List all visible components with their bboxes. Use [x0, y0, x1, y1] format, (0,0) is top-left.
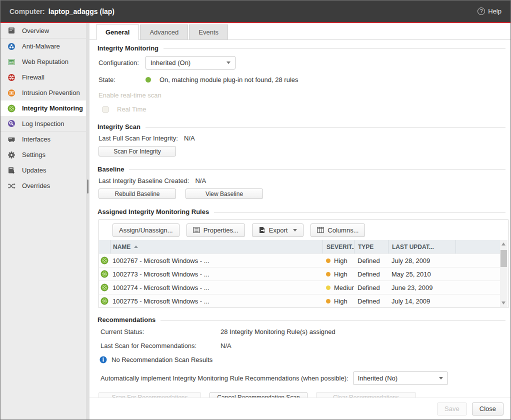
- rule-name: 1002774 - Microsoft Windows - ...: [110, 281, 322, 294]
- last-scan-value: N/A: [184, 134, 195, 142]
- rule-icon: [100, 256, 108, 264]
- cancel-recommendation-scan-button[interactable]: Cancel Recommendation Scan: [210, 392, 308, 398]
- realtime-checkbox[interactable]: [102, 106, 108, 112]
- chevron-down-icon: [293, 229, 297, 232]
- last-recommendation-scan-label: Last Scan for Recommendations:: [100, 342, 220, 350]
- rules-table-scrollbar[interactable]: [500, 240, 508, 307]
- auto-implement-dropdown[interactable]: Inherited (No): [353, 372, 448, 385]
- section-title: Integrity Monitoring: [98, 44, 158, 52]
- columns-button[interactable]: Columns...: [310, 224, 365, 237]
- severity-dot-icon: [326, 286, 330, 290]
- sidebar-scrollbar-thumb[interactable]: [87, 180, 88, 194]
- recommendations-heading: Recommendations: [98, 316, 506, 324]
- sidebar-item-label: Anti-Malware: [22, 42, 60, 50]
- sidebar-item-updates[interactable]: Updates: [0, 162, 90, 178]
- settings-gear-icon: [7, 150, 16, 159]
- scan-for-recommendations-button[interactable]: Scan For Recommendations: [98, 392, 201, 398]
- sidebar-item-interfaces[interactable]: Interfaces: [0, 132, 90, 147]
- tab-general[interactable]: General: [96, 24, 139, 40]
- titlebar: Computer: laptop_adaggs (lap) ? Help: [0, 0, 510, 23]
- sidebar-item-label: Integrity Monitoring: [22, 104, 83, 112]
- rule-name: 1002775 - Microsoft Windows - ...: [110, 294, 322, 308]
- rule-name: 1002773 - Microsoft Windows - ...: [110, 268, 322, 280]
- table-row[interactable]: 1002774 - Microsoft Windows - ... Medium…: [99, 280, 500, 294]
- column-header-severity[interactable]: SEVERIT...: [322, 240, 354, 254]
- computer-details-window: Computer: laptop_adaggs (lap) ? Help Ove…: [0, 0, 511, 420]
- table-row[interactable]: 1002773 - Microsoft Windows - ... High D…: [99, 267, 500, 280]
- sort-asc-icon: [134, 246, 138, 248]
- tab-advanced[interactable]: Advanced: [140, 24, 188, 40]
- heading-rule: [146, 127, 506, 128]
- configuration-value: Inherited (On): [150, 59, 226, 66]
- sidebar-item-web-reputation[interactable]: WR Web Reputation: [0, 54, 90, 70]
- help-icon: ?: [478, 8, 485, 15]
- integrity-scan-heading: Integrity Scan: [98, 123, 506, 130]
- export-button[interactable]: Export: [252, 224, 304, 237]
- column-header-type[interactable]: TYPE: [354, 240, 388, 254]
- baseline-heading: Baseline: [98, 166, 506, 173]
- rule-severity: Medium: [322, 281, 354, 294]
- last-recommendation-scan-value: N/A: [220, 342, 232, 350]
- rule-type: Defined: [354, 294, 388, 308]
- properties-button[interactable]: Properties...: [186, 224, 245, 237]
- row-filler: [456, 294, 500, 308]
- sidebar-item-label: Interfaces: [22, 136, 50, 143]
- sidebar-item-overview[interactable]: Overview: [0, 23, 90, 38]
- rule-last-updated: May 25, 2010: [388, 268, 456, 280]
- row-filler: [456, 254, 500, 267]
- scrollbar-thumb[interactable]: [500, 250, 507, 267]
- assign-unassign-button[interactable]: Assign/Unassign...: [112, 224, 180, 237]
- table-row[interactable]: 1002767 - Microsoft Windows - ... High D…: [99, 254, 500, 267]
- close-button[interactable]: Close: [472, 402, 504, 416]
- heading-rule: [160, 320, 506, 320]
- columns-label: Columns...: [328, 226, 358, 234]
- configuration-label: Configuration:: [98, 59, 146, 66]
- firewall-icon: [7, 73, 16, 82]
- assigned-rules-heading: Assigned Integrity Monitoring Rules: [98, 208, 506, 216]
- rule-icon: [100, 284, 108, 292]
- sidebar-item-anti-malware[interactable]: Anti-Malware: [0, 38, 90, 54]
- row-filler: [456, 268, 500, 280]
- rule-severity: High: [322, 254, 354, 267]
- tab-events[interactable]: Events: [189, 24, 228, 40]
- sidebar-item-label: Intrusion Prevention: [22, 89, 80, 96]
- rebuild-baseline-button[interactable]: Rebuild Baseline: [98, 188, 176, 199]
- scroll-up-icon[interactable]: [502, 242, 506, 246]
- rules-table-header: NAME SEVERIT... TYPE LAST UPDAT...: [99, 240, 500, 254]
- scroll-down-icon[interactable]: [502, 302, 506, 304]
- sidebar-item-integrity-monitoring[interactable]: Integrity Monitoring: [0, 100, 90, 116]
- help-label: Help: [488, 8, 502, 15]
- sidebar-item-intrusion-prevention[interactable]: Intrusion Prevention: [0, 85, 90, 100]
- sidebar-scrollbar[interactable]: [86, 23, 90, 420]
- clear-recommendations-button[interactable]: Clear Recommendations: [316, 392, 416, 398]
- sidebar-item-overrides[interactable]: Overrides: [0, 178, 90, 194]
- realtime-label: Real Time: [117, 106, 146, 113]
- no-results-text: No Recommendation Scan Results: [112, 356, 212, 364]
- enable-realtime-label: Enable real-time scan: [98, 92, 506, 99]
- sidebar-item-firewall[interactable]: Firewall: [0, 70, 90, 85]
- table-row[interactable]: 1002775 - Microsoft Windows - ... High D…: [99, 294, 500, 308]
- sidebar-item-log-inspection[interactable]: Log Inspection: [0, 116, 90, 132]
- help-button[interactable]: ? Help: [478, 8, 502, 15]
- column-header-name[interactable]: NAME: [110, 240, 322, 254]
- view-baseline-button[interactable]: View Baseline: [186, 188, 263, 199]
- rule-name: 1002767 - Microsoft Windows - ...: [110, 254, 322, 267]
- svg-text:WR: WR: [9, 60, 14, 64]
- sidebar-item-settings[interactable]: Settings: [0, 147, 90, 162]
- tab-bar: General Advanced Events: [90, 23, 510, 40]
- computer-name: laptop_adaggs (lap): [48, 8, 114, 16]
- recommendation-actions: Scan For Recommendations Cancel Recommen…: [98, 392, 506, 398]
- general-tab-content: Integrity Monitoring Configuration: Inhe…: [90, 40, 510, 398]
- column-label: NAME: [113, 244, 130, 250]
- scan-for-integrity-button[interactable]: Scan For Integrity: [98, 146, 176, 156]
- last-baseline-value: N/A: [195, 177, 206, 184]
- severity-label: High: [334, 298, 348, 305]
- last-baseline-row: Last Integrity Baseline Created: N/A: [98, 177, 506, 184]
- rule-type: Defined: [354, 281, 388, 294]
- row-filler: [456, 281, 500, 294]
- save-button[interactable]: Save: [437, 402, 467, 416]
- column-header-last-updated[interactable]: LAST UPDAT...: [388, 240, 456, 254]
- configuration-dropdown[interactable]: Inherited (On): [146, 56, 236, 70]
- sidebar-item-label: Overrides: [22, 182, 50, 190]
- rules-table: NAME SEVERIT... TYPE LAST UPDAT... 10027…: [99, 240, 500, 308]
